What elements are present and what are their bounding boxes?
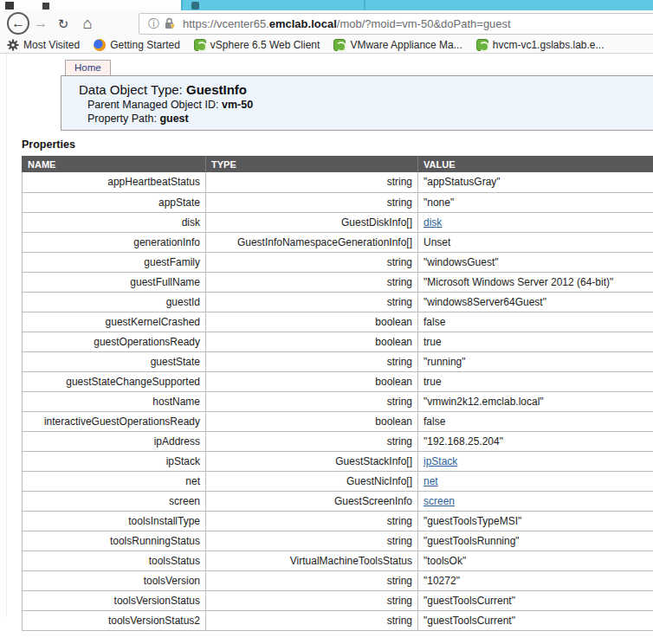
page-info-icon[interactable]: ⓘ — [148, 16, 159, 32]
table-row: appHeartbeatStatusstring"appStatusGray" — [23, 172, 653, 192]
property-value: "guestToolsCurrent" — [418, 610, 653, 630]
property-type: string — [206, 610, 418, 630]
property-value: true — [418, 332, 653, 351]
gear-icon — [7, 39, 19, 51]
bookmark-item[interactable]: Getting Started — [94, 39, 180, 51]
property-name: guestState — [23, 351, 206, 371]
background-tab-favicon[interactable] — [191, 2, 199, 10]
firefox-icon — [94, 39, 106, 51]
property-name: guestOperationsReady — [23, 332, 206, 351]
property-name: screen — [23, 491, 206, 511]
property-value: "windowsGuest" — [418, 252, 653, 272]
table-row: guestStateChangeSupportedbooleantrue — [23, 371, 653, 391]
table-row: screenGuestScreenInfoscreen — [23, 491, 653, 511]
table-row: interactiveGuestOperationsReadybooleanfa… — [23, 411, 653, 431]
property-value-link[interactable]: screen — [423, 495, 455, 507]
property-value: false — [418, 312, 653, 332]
url-bar[interactable]: ⓘ https://vcenter65.emclab.local/mob/?mo… — [139, 13, 653, 35]
property-type: GuestNicInfo[] — [206, 471, 418, 491]
vmware-icon — [194, 39, 206, 51]
properties-table: NAMETYPEVALUE appHeartbeatStatusstring"a… — [22, 156, 653, 631]
property-name: disk — [23, 212, 206, 232]
tab-edge — [181, 0, 183, 10]
bookmark-item[interactable]: hvcm-vc1.gslabs.lab.e... — [476, 39, 605, 51]
navigation-toolbar: ← → ↻ ⌂ ⓘ https://vcenter65.emclab.local… — [0, 10, 653, 36]
property-value-link[interactable]: disk — [423, 216, 442, 229]
vmware-icon — [476, 39, 488, 51]
tab-title-fragment — [42, 3, 49, 10]
property-type: VirtualMachineToolsStatus — [206, 551, 418, 570]
forward-button[interactable]: → — [29, 16, 52, 30]
property-type: string — [206, 272, 418, 292]
table-row: toolsStatusVirtualMachineToolsStatus"too… — [23, 551, 653, 570]
property-value: "Microsoft Windows Server 2012 (64-bit)" — [418, 272, 653, 292]
property-type: string — [206, 590, 418, 610]
table-row: ipAddressstring"192.168.25.204" — [23, 431, 653, 451]
column-header-name: NAME — [23, 156, 206, 172]
property-value: ipStack — [418, 451, 653, 471]
property-type: GuestInfoNamespaceGenerationInfo[] — [206, 232, 418, 252]
bookmarks-toolbar: Most VisitedGetting StartedvSphere 6.5 W… — [0, 36, 653, 54]
bookmark-item[interactable]: VMware Appliance Ma... — [333, 39, 462, 51]
property-value: "running" — [418, 351, 653, 371]
property-type: GuestScreenInfo — [206, 491, 418, 511]
property-value-link[interactable]: ipStack — [423, 455, 457, 467]
bookmark-item[interactable]: vSphere 6.5 Web Client — [194, 39, 320, 51]
table-row: toolsInstallTypestring"guestToolsTypeMSI… — [23, 511, 653, 531]
property-value: false — [418, 411, 653, 431]
property-type: string — [206, 391, 418, 411]
table-row: diskGuestDiskInfo[]disk — [23, 212, 653, 232]
parent-managed-object-id-value: vm-50 — [222, 99, 253, 111]
property-name: hostName — [23, 391, 206, 411]
table-row: hostNamestring"vmwin2k12.emclab.local" — [23, 391, 653, 411]
property-value: net — [418, 471, 653, 491]
bookmark-label: Most Visited — [23, 39, 80, 51]
property-type: string — [206, 531, 418, 551]
property-value: "toolsOk" — [418, 551, 653, 570]
table-row: generationInfoGuestInfoNamespaceGenerati… — [23, 232, 653, 252]
property-name: generationInfo — [23, 232, 206, 252]
table-row: guestOperationsReadybooleantrue — [23, 332, 653, 351]
bookmark-item[interactable]: Most Visited — [7, 39, 80, 51]
table-row: guestStatestring"running" — [23, 351, 653, 371]
property-value: "appStatusGray" — [418, 172, 653, 192]
table-row: toolsVersionStatus2string"guestToolsCurr… — [23, 610, 653, 630]
data-object-type-value: GuestInfo — [186, 82, 247, 97]
property-value: disk — [418, 212, 653, 232]
table-row: toolsVersionStatusstring"guestToolsCurre… — [23, 590, 653, 610]
url-domain: emclab.local — [269, 17, 337, 30]
home-button[interactable]: ⌂ — [74, 16, 100, 31]
tab-home[interactable]: Home — [65, 60, 111, 75]
vmware-icon — [333, 39, 346, 51]
property-type: string — [206, 292, 418, 312]
active-browser-tab[interactable] — [0, 0, 183, 10]
reload-button[interactable]: ↻ — [52, 17, 74, 30]
property-value: "windows8Server64Guest" — [418, 292, 653, 312]
mob-page: Home Data Object Type: GuestInfo Parent … — [0, 54, 653, 617]
property-name: net — [23, 471, 206, 491]
url-suffix: /mob/?moid=vm-50&doPath=guest — [337, 17, 511, 30]
window-tab-strip — [0, 0, 653, 10]
property-value-link[interactable]: net — [423, 475, 438, 487]
property-type: string — [206, 351, 418, 371]
bookmark-label: Getting Started — [110, 39, 180, 51]
data-object-type-title: Data Object Type: GuestInfo — [79, 82, 653, 97]
tab-favicon — [5, 2, 14, 10]
property-name: toolsStatus — [23, 551, 206, 570]
parent-managed-object-id: Parent Managed Object ID: vm-50 — [79, 99, 653, 111]
property-name: appState — [23, 192, 206, 212]
property-type: GuestStackInfo[] — [206, 451, 418, 471]
insecure-lock-icon[interactable] — [164, 17, 176, 30]
property-type: GuestDiskInfo[] — [206, 212, 418, 232]
column-header-type: TYPE — [206, 156, 418, 172]
url-prefix: https://vcenter65. — [183, 17, 269, 30]
back-button[interactable]: ← — [7, 12, 29, 35]
bookmark-label: VMware Appliance Ma... — [350, 39, 462, 51]
property-type: boolean — [206, 371, 418, 391]
property-name: toolsRunningStatus — [23, 531, 206, 551]
url-text[interactable]: https://vcenter65.emclab.local/mob/?moid… — [183, 17, 511, 30]
property-name: guestFamily — [23, 252, 206, 272]
table-header-row: NAMETYPEVALUE — [23, 156, 653, 172]
property-type: string — [206, 192, 418, 212]
property-value: "guestToolsCurrent" — [418, 590, 653, 610]
